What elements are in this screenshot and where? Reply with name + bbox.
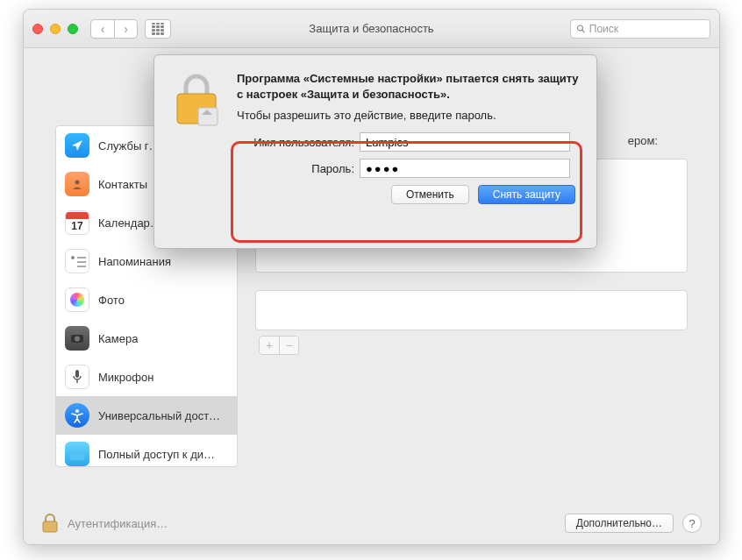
sidebar-item-label: Камера bbox=[98, 332, 138, 345]
auth-dialog: Программа «Системные настройки» пытается… bbox=[153, 54, 597, 249]
sidebar-item-label: Календар… bbox=[98, 216, 161, 230]
svg-point-4 bbox=[75, 337, 80, 342]
sidebar-item-microphone[interactable]: Микрофон bbox=[56, 358, 237, 396]
nav-buttons: ‹ › bbox=[90, 19, 171, 39]
sidebar-item-label: Фото bbox=[98, 294, 125, 307]
help-button[interactable]: ? bbox=[682, 514, 702, 533]
titlebar: ‹ › Защита и безопасность bbox=[24, 10, 719, 48]
footer: Аутентификация… Дополнительно… ? bbox=[24, 502, 719, 544]
zoom-window-button[interactable] bbox=[68, 24, 78, 34]
cancel-button[interactable]: Отменить bbox=[391, 185, 469, 204]
sidebar-item-label: Полный доступ к ди… bbox=[98, 448, 215, 461]
sidebar-item-label: Напоминания bbox=[98, 255, 171, 268]
sidebar-item-camera[interactable]: Камера bbox=[56, 319, 237, 358]
svg-rect-5 bbox=[75, 370, 79, 378]
lock-icon[interactable] bbox=[41, 513, 59, 534]
sidebar-item-label: Контакты bbox=[98, 178, 147, 191]
calendar-icon: 17 bbox=[65, 210, 89, 235]
grid-icon bbox=[152, 23, 164, 35]
camera-icon bbox=[65, 326, 89, 351]
add-button[interactable]: + bbox=[260, 337, 279, 354]
search-input[interactable] bbox=[589, 23, 704, 35]
location-arrow-icon bbox=[65, 133, 89, 158]
folder-icon bbox=[65, 442, 89, 466]
search-field[interactable] bbox=[570, 19, 710, 39]
sidebar-item-label: Микрофон bbox=[98, 371, 153, 384]
reminders-icon bbox=[65, 249, 89, 273]
svg-point-2 bbox=[75, 181, 80, 185]
dialog-heading: Программа «Системные настройки» пытается… bbox=[237, 71, 579, 102]
dialog-subtext: Чтобы разрешить это действие, введите па… bbox=[237, 109, 579, 122]
minimize-window-button[interactable] bbox=[50, 24, 61, 34]
security-lock-icon bbox=[170, 71, 223, 127]
partial-text: ером: bbox=[628, 134, 658, 147]
forward-button[interactable]: › bbox=[114, 20, 137, 38]
svg-line-1 bbox=[582, 30, 585, 32]
unlock-button[interactable]: Снять защиту bbox=[478, 185, 575, 204]
svg-rect-8 bbox=[43, 521, 57, 532]
contacts-icon bbox=[65, 172, 89, 196]
advanced-button[interactable]: Дополнительно… bbox=[565, 514, 674, 533]
sidebar-item-label: Службы г… bbox=[98, 139, 161, 152]
svg-point-7 bbox=[75, 409, 79, 413]
svg-point-0 bbox=[577, 25, 582, 30]
auth-form: Имя пользователя: Пароль: Отменить Снять… bbox=[237, 132, 579, 204]
sidebar-item-full-disk-access[interactable]: Полный доступ к ди… bbox=[56, 435, 237, 467]
add-remove-buttons: + − bbox=[259, 336, 299, 355]
username-field[interactable] bbox=[360, 132, 570, 152]
photos-icon bbox=[65, 287, 89, 312]
password-label: Пароль: bbox=[237, 162, 360, 175]
password-field[interactable] bbox=[360, 159, 570, 178]
microphone-icon bbox=[65, 365, 89, 389]
traffic-lights bbox=[32, 24, 78, 34]
sidebar-item-accessibility[interactable]: Универсальный дост… bbox=[56, 396, 237, 435]
close-window-button[interactable] bbox=[32, 24, 43, 34]
auth-status-text: Аутентификация… bbox=[68, 517, 168, 530]
back-button[interactable]: ‹ bbox=[91, 20, 114, 38]
sidebar-item-label: Универсальный дост… bbox=[98, 409, 220, 422]
remove-button[interactable]: − bbox=[279, 337, 298, 354]
apps-list-lower bbox=[255, 290, 688, 330]
accessibility-icon bbox=[65, 403, 89, 428]
search-icon bbox=[576, 24, 586, 34]
show-all-button[interactable] bbox=[145, 19, 171, 39]
sidebar-item-photos[interactable]: Фото bbox=[56, 280, 237, 319]
username-label: Имя пользователя: bbox=[237, 136, 360, 149]
